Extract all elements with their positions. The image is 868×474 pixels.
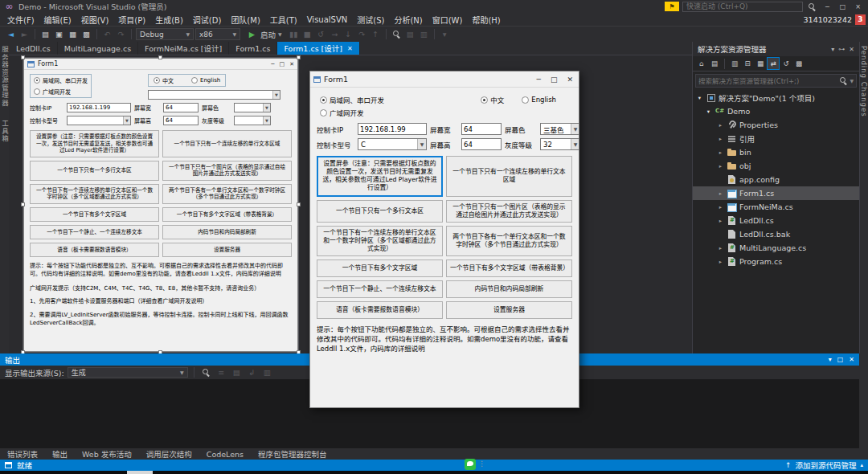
pending-changes-filter-icon[interactable]: ▥ xyxy=(729,58,740,69)
tree-item-obj[interactable]: ▸obj xyxy=(693,159,859,173)
output-source-select[interactable]: 生成▼ xyxy=(68,367,188,378)
tree-item-appconfig[interactable]: app.config xyxy=(693,173,859,186)
solution-explorer-header[interactable]: 解决方案资源管理器 ▾ ⊶ ✕ xyxy=(693,42,859,56)
goto-message-icon[interactable]: ≡ xyxy=(215,366,227,378)
control-card-ip-input[interactable] xyxy=(358,123,427,135)
pin-icon[interactable]: ⊶ xyxy=(838,46,845,53)
card-model-select[interactable]: C▼ xyxy=(358,138,427,150)
selection-handle[interactable] xyxy=(297,55,301,59)
step-into-icon[interactable]: ↓ xyxy=(342,28,354,40)
form-minimize-button[interactable]: ─ xyxy=(534,76,543,84)
radio-english[interactable]: English xyxy=(522,95,556,104)
tab-formneima-design[interactable]: FormNeiMa.cs [设计] xyxy=(138,42,229,55)
btn-neima-refresh[interactable]: 内码节目和内码局部刷新 xyxy=(162,225,292,239)
solution-configuration-select[interactable]: Debug▼ xyxy=(136,28,194,40)
radio-chinese[interactable]: 中文 xyxy=(481,95,504,104)
clear-all-icon[interactable]: ▤ xyxy=(231,366,243,378)
menu-build[interactable]: 生成(B) xyxy=(150,14,188,26)
tab-leddll-cs[interactable]: LedDll.cs xyxy=(10,42,58,55)
btn-voice[interactable]: 语音（板卡需要报数语音模块） xyxy=(30,243,159,257)
control-card-ip-input[interactable] xyxy=(67,103,131,112)
navigate-forward-icon[interactable]: ► xyxy=(18,28,31,40)
feedback-flag-icon[interactable]: ⚑ xyxy=(665,2,679,11)
gray-level-select[interactable]: ▼ xyxy=(234,116,271,125)
btn-static-and-scroll[interactable]: 一个节目下一个静止、一个连续左移文本 xyxy=(317,280,443,298)
btn-picture-area[interactable]: 一个节目下只有一个图片区（表格的显示通过自绘图片并通过此方式发送实现） xyxy=(162,161,292,181)
menu-project[interactable]: 项目(P) xyxy=(113,14,150,26)
selection-handle[interactable] xyxy=(158,350,162,353)
break-all-icon[interactable]: ▮▮ xyxy=(288,28,300,40)
tree-item-multilanguage-cs[interactable]: ▸MultiLanguage.cs xyxy=(693,241,859,255)
tab-call-hierarchy[interactable]: 调用层次结构 xyxy=(146,448,192,460)
screen-width-input[interactable] xyxy=(461,123,502,135)
step-over-icon[interactable]: ↷ xyxy=(356,28,368,40)
close-panel-icon[interactable]: ✕ xyxy=(849,356,854,363)
radio-wan[interactable]: 广域网开发 xyxy=(34,88,88,96)
panel-close-icon[interactable]: ✕ xyxy=(849,46,854,53)
notification-badge[interactable]: 3 xyxy=(855,14,866,25)
menu-help[interactable]: 帮助(H) xyxy=(467,14,505,26)
card-model-select[interactable]: ▼ xyxy=(67,116,131,125)
taskbar-more-icon[interactable]: ⋮ xyxy=(478,460,485,468)
btn-static-and-scroll[interactable]: 一个节目下一个静止、一个连续左移文本 xyxy=(30,225,159,239)
refresh-icon[interactable]: ↺ xyxy=(780,58,792,69)
close-button[interactable]: × xyxy=(852,2,864,11)
btn-set-server[interactable]: 设置服务器 xyxy=(162,243,292,257)
btn-neima-refresh[interactable]: 内码节目和内码局部刷新 xyxy=(446,280,572,298)
form-maximize-icon[interactable]: □ xyxy=(280,61,285,67)
tree-item-properties[interactable]: ▸Properties xyxy=(693,118,859,132)
windows-taskbar[interactable] xyxy=(0,471,868,474)
tab-form1-design[interactable]: Form1.cs [设计]✕ xyxy=(277,42,359,55)
btn-picture-area[interactable]: 一个节目下只有一个图片区（表格的显示通过自绘图片并通过此方式发送实现） xyxy=(446,200,572,223)
radio-lan-serial[interactable]: 局域网、串口开发 xyxy=(320,95,384,104)
new-file-icon[interactable]: ▤ xyxy=(39,28,51,40)
btn-set-server[interactable]: 设置服务器 xyxy=(446,301,572,319)
tab-codelens[interactable]: CodeLens xyxy=(207,450,244,459)
find-message-icon[interactable] xyxy=(200,366,212,378)
btn-multi-text-areas[interactable]: 一个节目下有多个文字区域 xyxy=(317,259,443,277)
menu-view[interactable]: 视图(V) xyxy=(76,14,114,26)
autoscroll-icon[interactable]: ▥ xyxy=(261,366,273,378)
quick-launch-input[interactable] xyxy=(682,2,803,12)
btn-single-scroll-text[interactable]: 一个节目下只有一个连续左移的单行文本区域 xyxy=(446,156,572,197)
selection-handle[interactable] xyxy=(21,202,25,206)
screen-color-select[interactable]: 三基色▼ xyxy=(540,123,579,135)
form-maximize-button[interactable]: □ xyxy=(548,76,560,84)
search-icon[interactable] xyxy=(806,1,818,13)
form-minimize-icon[interactable]: ─ xyxy=(271,61,274,67)
minimize-button[interactable]: ─ xyxy=(821,2,833,11)
form1-runtime-window[interactable]: Form1 ─ □ ✕ 局域网、串口开发 广域网开发 中文 English xyxy=(309,71,579,408)
maximize-button[interactable]: □ xyxy=(837,2,849,11)
btn-set-screen-params[interactable]: 设置屏参（注意：只需要根据灯板点数的颜色设置一次，发送节目时无需重复发送，相关参… xyxy=(317,156,443,197)
tab-multilanguage-cs[interactable]: MultiLanguage.cs xyxy=(58,42,138,55)
tree-item-leddll-bak[interactable]: LedDll.cs.bak xyxy=(693,227,859,241)
stop-debug-icon[interactable]: ■ xyxy=(301,28,313,40)
step-out-icon[interactable]: ↑ xyxy=(370,28,382,40)
tree-item-project-demo[interactable]: ▾Demo xyxy=(693,104,859,118)
btn-text-and-clock[interactable]: 一个节目下有一个连续左移的单行文本区和一个数字时钟区（多个区域都通过此方式实现） xyxy=(317,226,443,256)
collapse-all-icon[interactable]: ⊟ xyxy=(742,58,753,69)
btn-multi-text-areas[interactable]: 一个节目下有多个文字区域 xyxy=(30,207,159,222)
radio-chinese[interactable]: 中文 xyxy=(154,76,174,84)
selection-handle[interactable] xyxy=(297,350,301,353)
solution-platform-select[interactable]: x86▼ xyxy=(195,28,240,40)
btn-two-programs[interactable]: 两个节目下各有一个单行文本区和一个数字时钟区（多个节目通过此方式实现） xyxy=(446,226,572,256)
navigate-back-icon[interactable]: ◄ xyxy=(5,28,17,40)
menu-window[interactable]: 窗口(W) xyxy=(428,14,468,26)
form-title-bar[interactable]: Form1 ─ □ ✕ xyxy=(310,72,579,88)
menu-file[interactable]: 文件(F) xyxy=(2,14,39,26)
window-position-icon[interactable]: ▾ xyxy=(829,356,832,363)
form-close-icon[interactable]: ✕ xyxy=(289,61,294,67)
btn-multiline-text[interactable]: 一个节目下只有一个多行文本区 xyxy=(317,200,443,223)
search-options-icon[interactable]: ▼ xyxy=(850,78,854,84)
redo-icon[interactable]: ↷ xyxy=(115,28,127,40)
sync-with-active-document-icon[interactable]: ⇄ xyxy=(768,58,779,69)
wechat-icon[interactable] xyxy=(465,459,476,470)
home-icon[interactable]: ⌂ xyxy=(696,58,707,69)
tree-item-references[interactable]: ▸引用 xyxy=(693,132,859,145)
form1-designer-window[interactable]: Form1 ─ □ ✕ 局域网、串口开发 广域网开发 xyxy=(23,58,298,352)
window-position-icon[interactable]: ▾ xyxy=(831,46,834,53)
menu-debug[interactable]: 调试(D) xyxy=(188,14,227,26)
toolbar-overflow-icon[interactable]: ▾ xyxy=(439,28,451,40)
menu-test[interactable]: 测试(S) xyxy=(352,14,389,26)
